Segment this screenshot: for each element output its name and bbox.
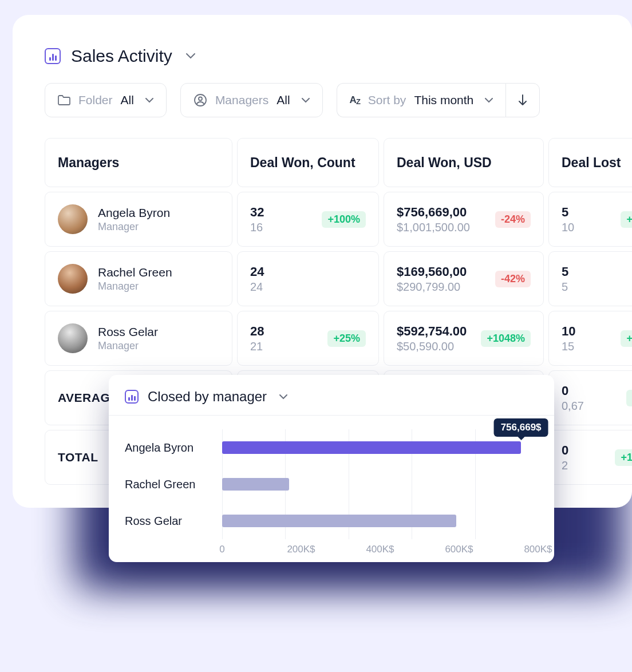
chevron-down-icon — [302, 98, 310, 103]
manager-name: Ross Gelar — [98, 325, 158, 339]
table-cell: $592,754.00 $50,590.00 +1048% — [384, 311, 544, 366]
table-cell: 24 24 — [237, 251, 379, 306]
manager-role: Manager — [98, 340, 158, 352]
chart-row: Rachel Green — [125, 466, 538, 503]
delta-badge: +100% — [322, 211, 366, 228]
column-header: Managers — [45, 138, 232, 187]
chart-plot: 756,669$ — [222, 429, 538, 466]
table-cell: 5 10 +10 — [548, 192, 632, 247]
filter-value: All — [121, 93, 134, 107]
avatar — [58, 264, 88, 294]
table-row[interactable]: Ross Gelar Manager — [45, 311, 232, 366]
metric-prev: 5 — [562, 280, 568, 294]
axis-tick: 800K$ — [524, 544, 552, 555]
sort-az-icon: AZ — [350, 94, 360, 106]
folder-filter[interactable]: Folder All — [45, 83, 167, 117]
chart-bar[interactable]: 756,669$ — [222, 441, 521, 454]
delta-badge: -24% — [495, 211, 531, 228]
delta-badge: -42% — [495, 271, 531, 287]
metric-value: 24 — [250, 264, 264, 279]
closed-by-manager-chart: Closed by manager Angela Byron 756,669$ … — [109, 375, 554, 562]
metric-prev: 16 — [250, 221, 264, 234]
summary-label: TOTAL — [58, 450, 98, 464]
metric-value: $592,754.00 — [397, 324, 467, 339]
manager-role: Manager — [98, 221, 170, 233]
delta-badge: +100 — [615, 449, 632, 466]
manager-role: Manager — [98, 280, 172, 292]
filter-label: Managers — [215, 93, 268, 107]
filter-label: Folder — [78, 93, 113, 107]
metric-prev: $1,001,500.00 — [397, 221, 470, 234]
chart-category: Angela Byron — [125, 441, 222, 454]
column-header: Deal Lost — [548, 138, 632, 187]
column-lost: Deal Lost 5 10 +10 5 5 — [548, 138, 632, 485]
panel-title: Sales Activity — [71, 46, 172, 66]
axis-tick: 0 — [219, 544, 224, 555]
managers-filter[interactable]: Managers All — [180, 83, 323, 117]
summary-cell: 0 0,67 +1 — [548, 370, 632, 425]
svg-point-1 — [199, 97, 202, 101]
delta-badge: +33 — [621, 330, 632, 347]
delta-badge: +25% — [327, 330, 366, 347]
axis-tick: 200K$ — [287, 544, 315, 555]
chart-title-row[interactable]: Closed by manager — [109, 375, 554, 416]
table-cell: 32 16 +100% — [237, 192, 379, 247]
metric-value: $169,560,00 — [397, 264, 467, 279]
chevron-down-icon — [145, 98, 153, 103]
chart-body: Angela Byron 756,669$ Rachel Green Ross … — [109, 416, 554, 562]
sort-direction-button[interactable] — [505, 83, 540, 117]
avatar — [58, 204, 88, 234]
metric-prev: 0,67 — [562, 400, 584, 413]
metric-value: 5 — [562, 264, 568, 279]
metric-prev: 15 — [562, 340, 575, 353]
summary-cell: 0 2 +100 — [548, 430, 632, 485]
folder-icon — [58, 95, 70, 105]
metric-prev: $290,799.00 — [397, 280, 467, 294]
metric-value: 5 — [562, 205, 574, 220]
metric-value: $756,669,00 — [397, 205, 470, 220]
chart-plot — [222, 466, 538, 503]
panel-title-row[interactable]: Sales Activity — [13, 46, 632, 83]
table-cell: 10 15 +33 — [548, 311, 632, 366]
filter-bar: Folder All Managers All AZ Sort by This … — [13, 83, 632, 117]
chart-row: Angela Byron 756,669$ — [125, 429, 538, 466]
avatar — [58, 323, 88, 353]
table-row[interactable]: Rachel Green Manager — [45, 251, 232, 306]
delta-badge: +1 — [626, 390, 632, 406]
manager-name: Rachel Green — [98, 266, 172, 279]
chevron-down-icon — [183, 53, 195, 59]
table-row[interactable]: Angela Byron Manager — [45, 192, 232, 247]
manager-name: Angela Byron — [98, 206, 170, 220]
metric-prev: $50,590.00 — [397, 340, 467, 353]
chart-bar[interactable] — [222, 478, 289, 491]
delta-badge: +10 — [621, 211, 632, 228]
metric-value: 10 — [562, 324, 575, 339]
table-cell: 5 5 — [548, 251, 632, 306]
metric-value: 0 — [562, 384, 584, 398]
metric-prev: 2 — [562, 459, 568, 472]
metric-prev: 24 — [250, 280, 264, 294]
filter-label: Sort by — [368, 93, 406, 107]
metric-value: 0 — [562, 443, 568, 458]
column-header: Deal Won, Count — [237, 138, 379, 187]
column-header: Deal Won, USD — [384, 138, 544, 187]
metric-value: 32 — [250, 205, 264, 220]
chevron-down-icon — [276, 394, 287, 400]
sort-filter[interactable]: AZ Sort by This month — [337, 83, 506, 117]
chart-plot — [222, 503, 538, 539]
metric-value: 28 — [250, 324, 264, 339]
axis-tick: 400K$ — [366, 544, 394, 555]
metric-prev: 21 — [250, 340, 264, 353]
delta-badge: +1048% — [481, 330, 531, 347]
table-cell: $169,560,00 $290,799.00 -42% — [384, 251, 544, 306]
metric-prev: 10 — [562, 221, 574, 234]
chart-bar[interactable] — [222, 515, 456, 527]
chart-x-axis: 0 200K$ 400K$ 600K$ 800K$ — [222, 539, 538, 556]
chart-tooltip: 756,669$ — [494, 418, 548, 437]
table-cell: 28 21 +25% — [237, 311, 379, 366]
chart-row: Ross Gelar — [125, 503, 538, 539]
filter-value: All — [276, 93, 290, 107]
bar-chart-icon — [125, 390, 139, 404]
bar-chart-icon — [45, 48, 61, 64]
table-cell: $756,669,00 $1,001,500.00 -24% — [384, 192, 544, 247]
